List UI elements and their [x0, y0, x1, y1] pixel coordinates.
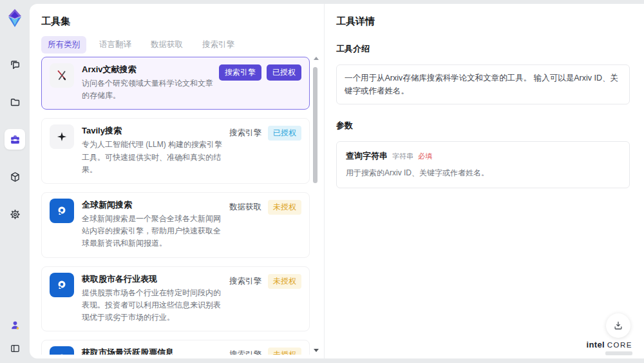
user-avatar-icon[interactable]	[5, 317, 25, 333]
intel-badge-sub	[605, 351, 632, 355]
params-heading: 参数	[336, 120, 630, 132]
tool-category-badge: 搜索引擎	[228, 126, 263, 141]
param-type: 字符串	[392, 152, 413, 161]
tool-card-3[interactable]: 获取股市各行业表现提供股票市场各个行业在特定时间段内的表现。投资者可以利用这些信…	[41, 266, 310, 332]
tool-status-badge[interactable]: 已授权	[267, 64, 301, 81]
tool-name: Arxiv文献搜索	[82, 63, 219, 76]
tool-card-1[interactable]: Tavily搜索专为人工智能代理 (LLM) 构建的搜索引擎工具。可快速提供实时…	[41, 118, 310, 184]
main-panel: 工具集 所有类别语言翻译数据获取搜索引擎 Arxiv文献搜索访问各个研究领域大量…	[30, 4, 644, 358]
tab-0[interactable]: 所有类别	[41, 36, 86, 54]
tool-description: 访问各个研究领域大量科学论文和文章的存储库。	[82, 77, 219, 102]
nav-toolbox-icon[interactable]	[5, 129, 25, 150]
app-logo-icon	[5, 8, 24, 28]
q-blue-icon	[50, 199, 74, 223]
tool-name: 获取市场最活跃股票信息	[82, 346, 228, 355]
intel-brand-text: intel	[587, 340, 605, 349]
q-blue-icon	[50, 346, 74, 355]
arxiv-icon	[50, 63, 74, 88]
category-tabs: 所有类别语言翻译数据获取搜索引擎	[41, 36, 241, 54]
tool-name: Tavily搜索	[82, 124, 228, 137]
param-box: 查询字符串 字符串 必填 用于搜索的Arxiv ID、关键字或作者姓名。	[336, 141, 630, 188]
tool-name: 全球新闻搜索	[82, 199, 228, 211]
download-icon	[612, 320, 624, 331]
param-name: 查询字符串	[346, 150, 388, 162]
toolset-column: 工具集 所有类别语言翻译数据获取搜索引擎 Arxiv文献搜索访问各个研究领域大量…	[30, 4, 325, 358]
tavily-icon	[50, 124, 74, 149]
intel-core-logo: intel CORE	[587, 340, 632, 355]
tool-card-4[interactable]: 获取市场最活跃股票信息提供当天交易量最高的股票列表。投资者可以利用这些信息来识别…	[41, 340, 310, 355]
tool-category-badge: 搜索引擎	[228, 348, 263, 355]
collapse-panel-icon[interactable]	[5, 340, 25, 357]
scroll-up-arrow-icon[interactable]	[314, 57, 319, 60]
param-required-badge: 必填	[418, 152, 432, 161]
tab-1[interactable]: 语言翻译	[93, 36, 138, 54]
tool-category-badge: 搜索引擎	[228, 274, 263, 289]
intro-heading: 工具介绍	[336, 43, 630, 55]
nav-settings-icon[interactable]	[5, 204, 25, 224]
tool-card-2[interactable]: 全球新闻搜索全球新闻搜索是一个聚合全球各大新闻网站内容的搜索引擎，帮助用户快速获…	[41, 192, 310, 258]
tool-name: 获取股市各行业表现	[82, 273, 228, 286]
tool-list: Arxiv文献搜索访问各个研究领域大量科学论文和文章的存储库。搜索引擎已授权Ta…	[41, 57, 310, 355]
tool-status-badge[interactable]: 已授权	[268, 126, 301, 141]
intro-box: 一个用于从Arxiv存储库搜索科学论文和文章的工具。 输入可以是Arxiv ID…	[336, 64, 630, 104]
scrollbar-thumb[interactable]	[313, 67, 317, 183]
q-blue-icon	[50, 273, 74, 297]
tool-status-badge[interactable]: 未授权	[268, 348, 301, 355]
core-brand-text: CORE	[607, 341, 632, 349]
nav-chat-icon[interactable]	[5, 54, 25, 75]
intro-text: 一个用于从Arxiv存储库搜索科学论文和文章的工具。 输入可以是Arxiv ID…	[345, 72, 621, 97]
tool-list-scrollbar[interactable]	[313, 57, 318, 352]
tool-status-badge[interactable]: 未授权	[268, 274, 301, 289]
scroll-down-arrow-icon[interactable]	[314, 349, 319, 352]
tool-detail-column: 工具详情 工具介绍 一个用于从Arxiv存储库搜索科学论文和文章的工具。 输入可…	[325, 4, 644, 358]
detail-title: 工具详情	[336, 15, 630, 28]
nav-package-icon[interactable]	[5, 166, 25, 187]
tool-description: 全球新闻搜索是一个聚合全球各大新闻网站内容的搜索引擎，帮助用户快速获取全球最新资…	[82, 213, 228, 250]
nav-folder-icon[interactable]	[5, 92, 25, 112]
tool-description: 提供股票市场各个行业在特定时间段内的表现。投资者可以利用这些信息来识别表现优于或…	[82, 287, 228, 324]
tool-status-badge[interactable]: 未授权	[268, 200, 301, 215]
download-button[interactable]	[606, 313, 630, 338]
page-title: 工具集	[41, 15, 70, 28]
tab-3[interactable]: 搜索引擎	[196, 36, 241, 54]
tool-description: 专为人工智能代理 (LLM) 构建的搜索引擎工具。可快速提供实时、准确和真实的结…	[82, 139, 228, 176]
left-rail	[0, 0, 30, 363]
tool-card-0[interactable]: Arxiv文献搜索访问各个研究领域大量科学论文和文章的存储库。搜索引擎已授权	[41, 57, 310, 110]
tool-category-badge: 数据获取	[228, 200, 263, 215]
tab-2[interactable]: 数据获取	[144, 36, 189, 54]
tool-category-badge[interactable]: 搜索引擎	[219, 64, 261, 81]
param-description: 用于搜索的Arxiv ID、关键字或作者姓名。	[346, 167, 620, 179]
